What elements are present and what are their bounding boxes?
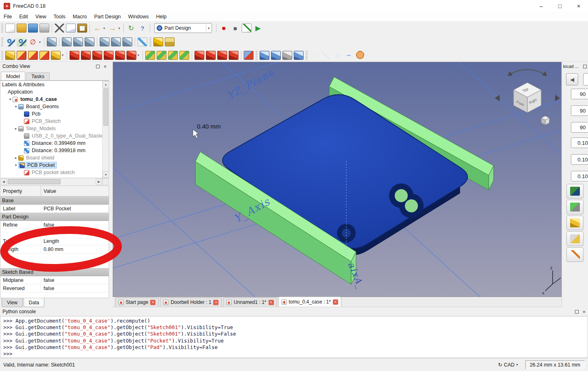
copy-button[interactable] xyxy=(66,24,76,33)
groove-button[interactable] xyxy=(92,51,102,60)
linear-pattern-button[interactable] xyxy=(157,51,166,60)
map-sketch-to-face-button[interactable] xyxy=(39,51,49,60)
doc-tab-unnamed1-1[interactable]: Unnamed1 : 1*× xyxy=(223,297,277,307)
subtractive-primitive-button[interactable] xyxy=(127,51,136,60)
doc-tab-close-icon[interactable]: × xyxy=(269,300,274,305)
tree-item-pcb[interactable]: Pcb xyxy=(0,110,109,118)
navigation-cube[interactable]: Top Front Right xyxy=(495,70,560,125)
polar-pattern-button[interactable] xyxy=(168,51,178,60)
mirrored-button[interactable] xyxy=(145,51,155,60)
forward-button[interactable] xyxy=(583,73,588,85)
property-row-type[interactable]: TypeLength xyxy=(0,237,109,245)
create-sketch-button[interactable] xyxy=(17,51,26,60)
offset-step-field-1[interactable]: 0.10 xyxy=(571,137,588,148)
datum-plane-button[interactable] xyxy=(260,51,269,60)
menu-windows[interactable]: Windows xyxy=(125,12,153,21)
model-tree[interactable]: Labels & Attributes Application▾tomu_0.4… xyxy=(0,81,109,178)
case-tool-button[interactable] xyxy=(566,231,584,246)
redo-dropdown[interactable]: ▼ xyxy=(117,24,122,33)
expander-closed-icon[interactable]: ▸ xyxy=(13,156,18,160)
menu-help[interactable]: Help xyxy=(153,12,170,21)
close-panel-icon[interactable]: × xyxy=(582,309,586,314)
workbench-selector[interactable]: Part Design▾ xyxy=(154,23,212,33)
subtractive-pipe-button[interactable] xyxy=(115,51,125,60)
view-fit-selection-button[interactable] xyxy=(17,37,26,46)
float-panel-icon[interactable] xyxy=(96,65,100,68)
view-front-button[interactable] xyxy=(62,37,72,46)
doc-tab-start-page[interactable]: Start page× xyxy=(115,297,159,307)
maximize-button[interactable]: □ xyxy=(551,0,569,12)
property-group-base[interactable]: Base xyxy=(0,196,109,205)
property-row-refine[interactable]: Refinefalse xyxy=(0,221,109,229)
view-axonometric-button[interactable] xyxy=(47,37,57,46)
doc-tab-doorbell-holder-1[interactable]: Doorbell Holder : 1× xyxy=(160,297,222,307)
tree-item-distance-0-399469-mm[interactable]: Distance: 0.399469 mm xyxy=(0,140,109,147)
doc-tab-tomu-0-4-case-1[interactable]: tomu_0.4_case : 1*× xyxy=(278,297,341,307)
thickness-button[interactable] xyxy=(229,51,238,60)
datum-point-button[interactable] xyxy=(282,51,292,60)
shape-binder-button[interactable] xyxy=(294,51,304,60)
scrollbar-thumb[interactable] xyxy=(103,88,108,126)
property-row-label[interactable]: LabelPCB Pocket xyxy=(0,205,109,213)
pad-dropdown[interactable]: ▼ xyxy=(60,51,65,60)
chamfer-button[interactable] xyxy=(206,51,216,60)
tab-data[interactable]: Data xyxy=(24,298,44,307)
close-panel-icon[interactable]: × xyxy=(103,64,107,69)
tree-vertical-scrollbar[interactable]: ▲ ▼ xyxy=(102,81,109,178)
measure-distance-button[interactable] xyxy=(138,37,147,46)
undo-dropdown[interactable]: ▼ xyxy=(102,24,107,33)
tree-item-pcb-sketch[interactable]: PCB_Sketch xyxy=(0,118,109,125)
scroll-down-icon[interactable]: ▼ xyxy=(103,171,109,178)
datum-line-button[interactable] xyxy=(271,51,281,60)
tab-view[interactable]: View xyxy=(2,298,23,307)
draw-style-button[interactable]: ∅ xyxy=(28,37,38,46)
menu-file[interactable]: File xyxy=(0,12,15,21)
view-fit-all-button[interactable] xyxy=(5,37,15,46)
pocket-button[interactable] xyxy=(70,51,79,60)
tree-item-pcb-pocket[interactable]: ▾PCB Pocket xyxy=(0,161,109,169)
tab-tasks[interactable]: Tasks xyxy=(26,72,50,80)
boolean-operation-button[interactable] xyxy=(244,51,254,60)
view-right-button[interactable] xyxy=(85,37,94,46)
macro-record-button[interactable]: ● xyxy=(219,24,229,33)
pad-tool-button[interactable] xyxy=(566,216,584,230)
subtractive-primitive-dropdown[interactable]: ▼ xyxy=(136,51,141,60)
create-part-button[interactable] xyxy=(153,37,163,46)
tree-item-application[interactable]: Application xyxy=(0,88,109,96)
macro-edit-button[interactable] xyxy=(242,24,251,33)
rotate-angle-button-2[interactable]: 90 xyxy=(571,105,588,116)
edit-sketch-button[interactable] xyxy=(28,51,38,60)
menu-part-design[interactable]: Part Design xyxy=(91,12,125,21)
whats-this-button[interactable]: ? xyxy=(138,24,147,33)
menu-view[interactable]: View xyxy=(32,12,50,21)
sketch-polygon-button[interactable]: ◇ xyxy=(332,51,342,60)
sketch-point-button[interactable]: ● xyxy=(310,51,319,60)
draw-style-dropdown[interactable]: ▼ xyxy=(37,37,42,46)
doc-tab-close-icon[interactable]: × xyxy=(150,300,155,305)
scroll-left-icon[interactable]: ◀ xyxy=(0,179,7,185)
expander-open-icon[interactable]: ▾ xyxy=(8,97,13,101)
transfer-tool-button[interactable] xyxy=(566,200,584,214)
menu-edit[interactable]: Edit xyxy=(15,12,32,21)
macro-stop-button[interactable]: ■ xyxy=(230,24,240,33)
view-rear-button[interactable] xyxy=(100,37,109,46)
property-row-reversed[interactable]: Reversedfalse xyxy=(0,284,109,292)
edit-tool-button[interactable] xyxy=(566,247,584,262)
scroll-up-icon[interactable]: ▲ xyxy=(103,81,109,87)
redo-button[interactable]: → xyxy=(107,24,117,33)
tree-item-pcb-pocket-sketch[interactable]: PCB pocket sketch xyxy=(0,169,109,176)
print-document-button[interactable] xyxy=(39,24,49,33)
float-panel-icon[interactable] xyxy=(575,310,579,314)
nav-mini-cube[interactable] xyxy=(541,116,549,125)
expander-open-icon[interactable]: ▾ xyxy=(13,163,18,167)
new-document-button[interactable] xyxy=(5,24,15,33)
expander-open-icon[interactable]: ▾ xyxy=(13,105,18,109)
view-left-button[interactable] xyxy=(122,37,132,46)
paste-button[interactable] xyxy=(77,24,87,33)
nav-style-selector[interactable]: ↻ CAD ▾ xyxy=(494,362,522,368)
undo-button[interactable]: ← xyxy=(92,24,102,33)
refresh-button[interactable]: ↻ xyxy=(126,24,136,33)
minimize-button[interactable]: – xyxy=(532,0,551,12)
property-row-midplane[interactable]: Midplanefalse xyxy=(0,276,109,284)
hole-button[interactable] xyxy=(81,51,91,60)
